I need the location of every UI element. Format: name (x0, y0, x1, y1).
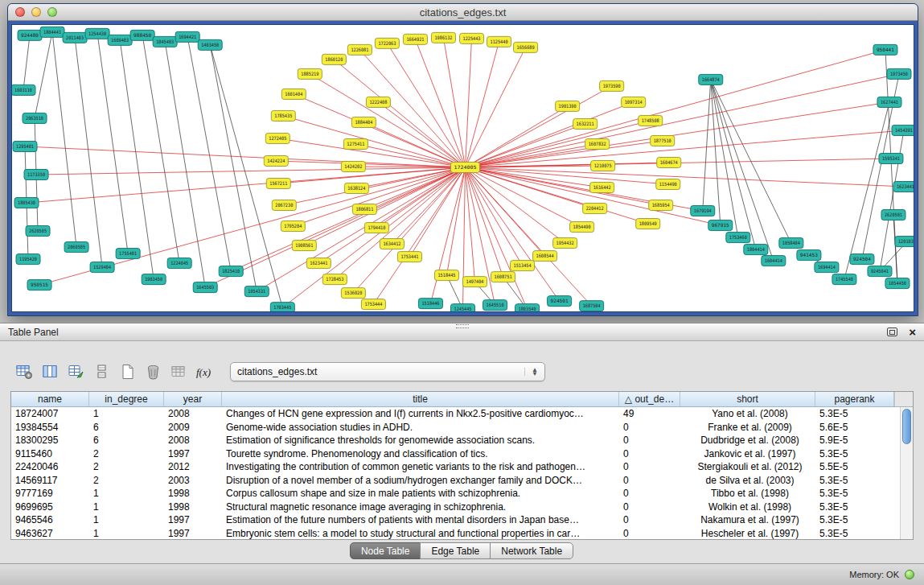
table-row[interactable]: 2242004622012Investigating the contribut… (11, 460, 900, 474)
graph-node[interactable]: 1806811 (352, 204, 376, 215)
column-header-year[interactable]: year (164, 392, 222, 406)
table-row[interactable]: 1938455462009Genome-wide association stu… (11, 421, 900, 435)
graph-node[interactable]: 1694421 (175, 31, 199, 42)
graph-node[interactable]: 1860120 (322, 54, 346, 64)
graph-node[interactable]: 1518445 (434, 270, 458, 281)
table-row[interactable]: 1830029562008Estimation of significance … (11, 434, 900, 447)
graph-node[interactable]: 2063510 (23, 113, 47, 123)
network-canvas[interactable]: 1724005188521916014041785435127240514242… (12, 25, 914, 312)
graph-node[interactable]: 2204412 (583, 204, 607, 214)
graph-node[interactable]: 1901390 (556, 101, 580, 111)
graph-node[interactable]: 1454391 (892, 125, 914, 135)
graph-node[interactable]: 1795204 (281, 221, 305, 232)
tab-edge-table[interactable]: Edge Table (420, 542, 491, 559)
graph-node[interactable]: 1986132 (431, 32, 455, 43)
graph-node[interactable]: 1804441 (40, 27, 64, 37)
close-panel-icon[interactable]: × (909, 326, 916, 338)
vertical-scrollbar[interactable] (900, 407, 913, 539)
graph-node[interactable]: 9245041 (868, 266, 892, 277)
tab-network-table[interactable]: Network Table (490, 542, 573, 559)
graph-node[interactable]: 1809549 (636, 219, 660, 229)
graph-node[interactable]: 1623441 (306, 258, 331, 269)
tab-node-table[interactable]: Node Table (350, 542, 421, 559)
function-builder-icon[interactable]: f(x) (193, 360, 216, 382)
graph-node[interactable]: 924480 (18, 30, 42, 40)
graph-node[interactable]: 1097314 (622, 97, 646, 107)
table-settings-icon[interactable] (13, 360, 36, 382)
table-row[interactable]: 977716911998Corpus callosum shape and si… (11, 487, 900, 501)
graph-node[interactable]: 1645503 (193, 282, 217, 293)
row-height-icon[interactable] (90, 360, 113, 382)
graph-node[interactable]: 924501 (548, 296, 572, 307)
table-row[interactable]: 1872400712008Changes of HCN gene express… (11, 407, 900, 421)
graph-node[interactable]: 1272405 (265, 133, 290, 143)
table-row[interactable]: 911546021997Tourette syndrome. Phenomeno… (11, 447, 900, 461)
window-titlebar[interactable]: citations_edges.txt (8, 4, 918, 21)
graph-node[interactable]: 1679194 (691, 206, 715, 216)
graph-node[interactable]: 1154490 (656, 179, 680, 190)
graph-node[interactable]: 1804414 (744, 245, 768, 255)
graph-node[interactable]: 1753444 (361, 299, 385, 310)
graph-node[interactable]: 1854490 (570, 222, 594, 233)
graph-node[interactable]: 1884404 (351, 117, 376, 127)
graph-node[interactable]: 1226081 (347, 44, 372, 55)
graph-node[interactable]: 1794410 (364, 223, 388, 233)
graph-node[interactable]: 1608544 (533, 251, 557, 262)
graph-node[interactable]: 1604674 (657, 157, 681, 167)
graph-node[interactable]: 1603110 (12, 84, 35, 95)
column-header-short[interactable]: short (680, 392, 815, 406)
graph-node[interactable]: 1755401 (116, 249, 140, 259)
graph-node[interactable]: 1973450 (887, 68, 911, 79)
graph-node[interactable]: 1609403 (108, 35, 132, 45)
graph-node[interactable]: 1664874 (699, 74, 723, 84)
graph-node[interactable]: 2620501 (881, 210, 906, 220)
graph-node[interactable]: 1275411 (343, 138, 368, 149)
graph-node[interactable]: 1054331 (244, 286, 269, 297)
graph-node[interactable]: 1518446 (418, 299, 442, 309)
graph-node[interactable]: 1210075 (591, 160, 615, 171)
graph-node[interactable]: 1608751 (491, 272, 515, 282)
graph-node[interactable]: 1529404 (90, 262, 114, 273)
graph-node[interactable]: 988450 (130, 30, 154, 40)
column-visibility-icon[interactable] (39, 360, 62, 382)
column-header-in_degree[interactable]: in_degree (89, 392, 164, 406)
zoom-window-button[interactable] (47, 7, 57, 17)
graph-node[interactable]: 1222408 (366, 97, 390, 107)
graph-node[interactable]: 2067230 (272, 200, 296, 211)
graph-node[interactable]: 1567211 (266, 179, 290, 189)
close-window-button[interactable] (15, 7, 25, 17)
graph-node[interactable]: 1424202 (341, 161, 365, 171)
column-header-pagerank[interactable]: pagerank (815, 392, 894, 406)
graph-node[interactable]: 1224045 (167, 258, 191, 269)
float-panel-icon[interactable] (887, 328, 897, 336)
delete-table-icon[interactable] (142, 360, 165, 382)
graph-node[interactable]: 2011403 (63, 32, 87, 43)
graph-node[interactable]: 1805430 (14, 198, 39, 208)
graph-node[interactable]: 1722063 (375, 38, 399, 48)
table-row[interactable]: 946362711997Embryonic stem cells: a mode… (11, 527, 900, 540)
graph-node[interactable]: 2060505 (64, 242, 88, 253)
graph-node[interactable]: 941453 (797, 250, 821, 261)
graph-node[interactable]: 1685954 (649, 200, 673, 211)
graph-node[interactable]: 1623441 (893, 182, 914, 192)
graph-node[interactable]: 1607832 (585, 138, 610, 149)
graph-node[interactable]: 1604414 (762, 256, 786, 266)
graph-node[interactable]: 1645510 (483, 300, 507, 311)
panel-resize-handle[interactable] (456, 324, 469, 328)
graph-node[interactable]: 1595341 (879, 153, 903, 163)
graph-node[interactable]: 1664921 (403, 34, 427, 44)
table-edit-icon[interactable] (64, 360, 88, 382)
graph-node[interactable]: 1885219 (298, 68, 322, 79)
column-header-name[interactable]: name (11, 392, 89, 406)
graph-node[interactable]: 1724005 (450, 162, 479, 172)
graph-node[interactable]: 950441 (873, 44, 897, 55)
graph-node[interactable]: 1877510 (651, 135, 675, 146)
graph-node[interactable]: 1497404 (462, 277, 487, 287)
column-header-out_degree[interactable]: △ out_de… (619, 392, 680, 406)
new-table-icon[interactable] (116, 360, 139, 382)
minimize-window-button[interactable] (31, 7, 41, 17)
graph-node[interactable]: 1694414 (815, 262, 839, 273)
graph-node[interactable]: 1173350 (24, 169, 48, 179)
graph-node[interactable]: 1785435 (271, 110, 295, 121)
graph-node[interactable]: 1627441 (877, 97, 901, 107)
